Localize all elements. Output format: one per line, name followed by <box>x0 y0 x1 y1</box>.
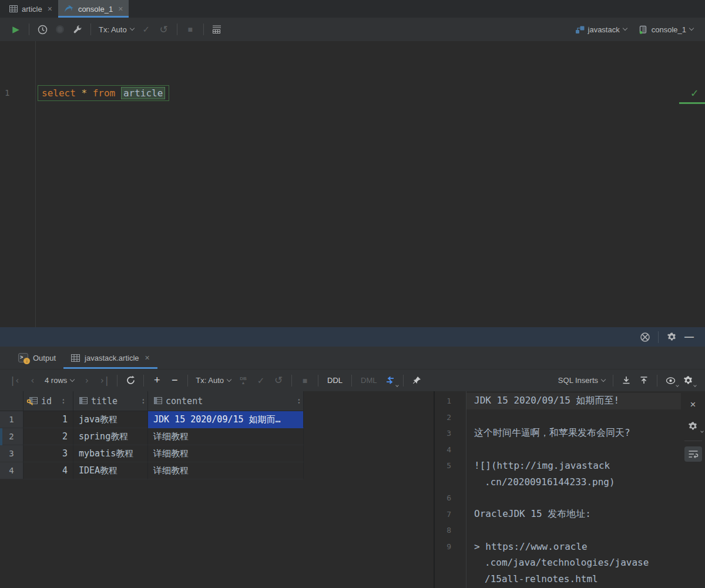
chevron-down-icon <box>70 377 75 381</box>
pin-icon[interactable] <box>409 374 424 388</box>
column-header-title[interactable]: title ▴▾ <box>73 391 148 411</box>
tab-article[interactable]: article × <box>4 0 58 18</box>
line-text <box>466 490 681 506</box>
tab-label: console_1 <box>78 5 113 14</box>
separator <box>318 375 318 387</box>
cell-title[interactable]: spring教程 <box>73 428 148 445</box>
page-size-select[interactable]: 4 rows <box>45 376 74 385</box>
line-text <box>466 522 681 539</box>
close-icon[interactable]: × <box>118 5 123 13</box>
sort-arrows-icon[interactable]: ▴▾ <box>142 398 145 405</box>
float-mode-icon[interactable] <box>638 330 652 344</box>
ddl-button[interactable]: DDL <box>327 376 343 385</box>
viewer-line: 3这个时间牛逼啊，和苹果发布会同天? <box>435 425 681 442</box>
editor-tab-bar: article × console_1 × <box>0 0 705 18</box>
db-badge-label: DB <box>240 377 247 381</box>
suspend-icon[interactable] <box>53 22 67 36</box>
sort-arrows-icon[interactable]: ▴▾ <box>62 398 65 405</box>
cell-title[interactable]: java教程 <box>73 411 148 428</box>
row-number-cell[interactable]: 1 <box>0 411 24 428</box>
column-header-id[interactable]: id ▴▾ <box>24 391 73 411</box>
line-number: 7 <box>435 506 466 523</box>
schema-select[interactable]: javastack <box>575 25 627 34</box>
commit-icon[interactable]: ✓ <box>254 374 268 388</box>
compare-data-icon[interactable] <box>383 374 397 388</box>
rollback-icon[interactable]: ↺ <box>271 374 286 388</box>
first-page-icon[interactable]: |‹ <box>8 374 22 388</box>
cell-content[interactable]: 详细教程 <box>148 445 304 462</box>
sql-statement[interactable]: select * from article <box>38 85 169 101</box>
cell-id[interactable]: 4 <box>24 462 73 479</box>
column-icon <box>152 397 162 405</box>
cell-title[interactable]: IDEA教程 <box>73 462 148 479</box>
separator <box>143 375 144 387</box>
tx-mode-select[interactable]: Tx: Auto <box>99 25 134 34</box>
history-clock-icon[interactable] <box>35 22 49 36</box>
previous-page-icon[interactable]: ‹ <box>25 374 39 388</box>
line-text <box>466 442 681 458</box>
sql-keyword: from <box>93 88 116 99</box>
tab-label: article <box>22 5 42 14</box>
export-download-icon[interactable] <box>619 374 633 388</box>
commit-icon[interactable]: ✓ <box>139 22 153 36</box>
dml-button[interactable]: DML <box>361 376 377 385</box>
chevron-down-icon <box>601 377 606 381</box>
session-select[interactable]: console_1 <box>639 25 693 34</box>
stop-icon[interactable]: ■ <box>183 22 197 36</box>
column-header-content[interactable]: content ▴▾ <box>148 391 304 411</box>
row-number-cell[interactable]: 4 <box>0 462 24 479</box>
cell-id[interactable]: 3 <box>24 445 73 462</box>
submit-to-db-icon[interactable]: DB▲ <box>236 374 250 388</box>
tab-output[interactable]: > ↓ Output <box>11 347 63 369</box>
viewer-line-wrapped: .com/java/technologies/javase <box>435 555 681 571</box>
run-icon[interactable]: ▶ <box>9 22 23 36</box>
cell-content[interactable]: 详细教程 <box>148 462 304 479</box>
column-label: id <box>41 396 52 406</box>
tx-mode-select[interactable]: Tx: Auto <box>196 376 231 385</box>
grid-corner-cell[interactable] <box>0 391 24 411</box>
cell-title[interactable]: mybatis教程 <box>73 445 148 462</box>
refresh-icon[interactable] <box>123 374 137 388</box>
line-number: 3 <box>435 425 466 442</box>
close-icon[interactable]: × <box>684 397 702 412</box>
column-label: title <box>91 396 118 406</box>
table-row: 3 3 mybatis教程 详细教程 <box>0 445 434 462</box>
add-row-icon[interactable]: + <box>150 374 164 388</box>
grid-settings-gear-icon[interactable] <box>681 374 695 388</box>
export-format-select[interactable]: SQL Inserts <box>558 376 605 385</box>
line-text: .cn/20200916144233.png) <box>466 474 681 490</box>
cell-id[interactable]: 2 <box>24 428 73 445</box>
view-options-eye-icon[interactable] <box>663 374 677 388</box>
next-page-icon[interactable]: › <box>79 374 93 388</box>
row-number-cell[interactable]: 3 <box>0 445 24 462</box>
row-number-cell[interactable]: 2 <box>0 428 24 445</box>
wrench-icon[interactable] <box>70 22 85 36</box>
line-text <box>466 409 681 426</box>
tab-console-1[interactable]: console_1 × <box>58 0 129 18</box>
line-number: 2 <box>435 409 466 426</box>
import-upload-icon[interactable] <box>637 374 651 388</box>
line-number <box>435 571 466 587</box>
rollback-icon[interactable]: ↺ <box>157 22 171 36</box>
cell-id[interactable]: 1 <box>24 411 73 428</box>
viewer-line: 7OracleJDK 15 发布地址: <box>435 506 681 523</box>
gear-icon[interactable] <box>664 330 679 344</box>
stop-icon[interactable]: ■ <box>298 374 312 388</box>
cell-content-selected[interactable]: JDK 15 2020/09/15 如期而… <box>148 411 304 428</box>
sort-arrows-icon[interactable]: ▴▾ <box>298 398 300 405</box>
in-editor-results-icon[interactable] <box>210 22 224 36</box>
grid-toolbar: |‹ ‹ 4 rows › ›| + − Tx: Auto DB▲ ✓ ↺ ■ … <box>0 369 705 391</box>
chevron-down-icon <box>396 384 400 387</box>
sql-editor[interactable]: 1 select * from article ✓ <box>0 41 705 327</box>
minimize-icon[interactable]: — <box>682 330 696 344</box>
close-icon[interactable]: × <box>145 354 150 362</box>
cell-content[interactable]: 详细教程 <box>148 428 304 445</box>
last-page-icon[interactable]: ›| <box>97 374 111 388</box>
soft-wrap-icon[interactable] <box>684 446 702 462</box>
tab-javastack-article[interactable]: javastack.article × <box>63 347 157 369</box>
viewer-lines: 1JDK 15 2020/09/15 如期而至! 2 3这个时间牛逼啊，和苹果发… <box>435 393 681 587</box>
delete-row-icon[interactable]: − <box>167 374 182 388</box>
close-icon[interactable]: × <box>48 5 52 13</box>
value-viewer[interactable]: 1JDK 15 2020/09/15 如期而至! 2 3这个时间牛逼啊，和苹果发… <box>435 391 681 588</box>
viewer-settings-gear-icon[interactable] <box>684 418 702 434</box>
